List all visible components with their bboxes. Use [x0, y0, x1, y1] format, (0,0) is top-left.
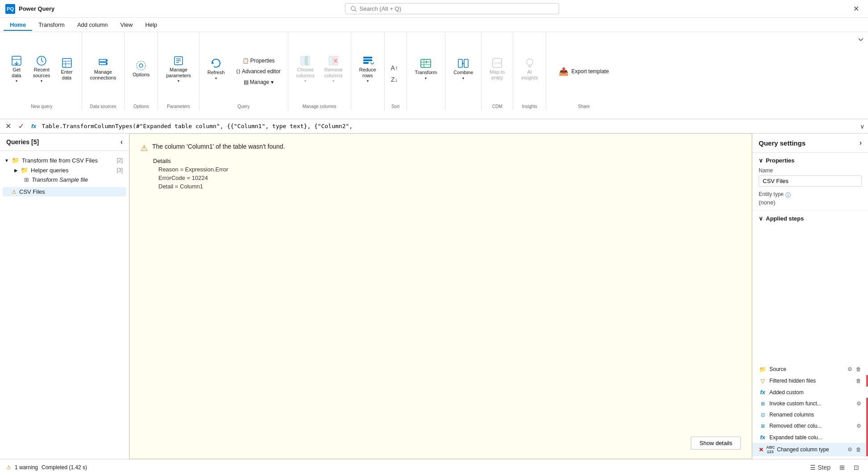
- choose-columns-button[interactable]: Choosecolumns ▾: [292, 52, 319, 91]
- svg-line-7: [42, 61, 43, 62]
- menu-home[interactable]: Home: [4, 19, 32, 31]
- ribbon-section-manage-columns: Choosecolumns ▾ Removecolumns ▾ Manage c…: [288, 32, 351, 111]
- applied-steps-list: 📁 Source ⚙ 🗑 ▽ Filtered hidden files 🗑 f…: [752, 361, 868, 459]
- step-invoke-settings-btn[interactable]: ⚙: [856, 400, 862, 407]
- query-item-transform-sample[interactable]: ⊞ Transform Sample file: [12, 175, 123, 184]
- svg-rect-37: [464, 59, 468, 67]
- menu-transform[interactable]: Transform: [32, 19, 71, 31]
- queries-panel: Queries [5] ‹ ▼ 📁 Transform file from CS…: [0, 133, 129, 459]
- search-box[interactable]: [345, 3, 559, 14]
- query-group-header-transform[interactable]: ▼ 📁 Transform file from CSV Files [2]: [4, 155, 123, 165]
- sort-asc-icon: A↑: [391, 64, 398, 71]
- step-renamed-columns[interactable]: ⊡ Renamed columns: [752, 409, 868, 420]
- settings-title: Query settings: [759, 139, 806, 147]
- manage-parameters-button[interactable]: Manageparameters ▾: [162, 52, 195, 91]
- layout-btn-1[interactable]: ⊞: [837, 463, 847, 472]
- step-changed-delete-btn[interactable]: 🗑: [856, 446, 862, 453]
- csv-files-label: CSV Files: [19, 188, 45, 195]
- ai-insights-button[interactable]: AIinsights: [517, 54, 542, 89]
- applied-steps-header[interactable]: ∨ Applied steps: [759, 215, 862, 222]
- queries-header: Queries [5] ‹: [0, 133, 129, 151]
- properties-label: Properties: [766, 157, 794, 164]
- step-source[interactable]: 📁 Source ⚙ 🗑: [752, 363, 868, 375]
- choose-columns-label: Choosecolumns: [296, 67, 315, 79]
- manage-label: ▤ Manage ▾: [244, 79, 274, 85]
- reduce-rows-button[interactable]: Reducerows ▾: [355, 52, 381, 91]
- properties-caret: ∨: [759, 157, 763, 164]
- refresh-label: Refresh: [208, 70, 225, 75]
- step-filtered-hidden[interactable]: ▽ Filtered hidden files 🗑: [752, 375, 868, 387]
- table-icon: ⊞: [24, 176, 29, 183]
- recent-sources-label: Recentsources: [33, 67, 50, 79]
- remove-columns-button[interactable]: Removecolumns ▾: [320, 52, 347, 91]
- svg-rect-8: [62, 58, 71, 67]
- sort-desc-button[interactable]: Z↓: [388, 75, 401, 84]
- menu-help[interactable]: Help: [139, 19, 163, 31]
- svg-rect-36: [458, 59, 462, 67]
- settings-expand-button[interactable]: ›: [860, 139, 862, 147]
- step-source-delete-btn[interactable]: 🗑: [856, 366, 862, 373]
- sort-asc-button[interactable]: A↑: [388, 63, 401, 72]
- options-button[interactable]: Options: [128, 57, 154, 86]
- properties-section-header[interactable]: ∨ Properties: [759, 157, 862, 164]
- step-expanded-table[interactable]: fx Expanded table colu...: [752, 432, 868, 443]
- step-removed-other[interactable]: ⊞ Removed other colu... ⚙: [752, 420, 868, 432]
- combine-button[interactable]: Combine ▾: [449, 54, 478, 88]
- collapse-ribbon-button[interactable]: [857, 36, 864, 44]
- error-message: The column 'Column1' of the table wasn't…: [152, 143, 285, 150]
- query-item-csv-files[interactable]: ⚠ CSV Files: [3, 187, 126, 196]
- formula-input[interactable]: [42, 123, 856, 129]
- ribbon-section-cdm: COM Map toentity CDM: [482, 32, 513, 111]
- collapse-queries-button[interactable]: ‹: [120, 138, 123, 146]
- step-filtered-error: [866, 375, 868, 387]
- name-input[interactable]: [759, 175, 862, 187]
- formula-cancel-button[interactable]: ✕: [4, 121, 13, 131]
- step-changed-settings-btn[interactable]: ⚙: [847, 446, 853, 453]
- formula-expand-button[interactable]: ∨: [860, 123, 864, 130]
- step-view-button[interactable]: ☰ Step: [807, 463, 833, 472]
- svg-rect-24: [305, 56, 307, 65]
- enter-data-button[interactable]: Enterdata: [56, 54, 78, 89]
- map-to-entity-label: Map toentity: [490, 69, 505, 81]
- search-input[interactable]: [360, 5, 554, 12]
- show-details-button[interactable]: Show details: [691, 437, 741, 450]
- step-invoke-custom[interactable]: ⊞ Invoke custom funct... ⚙: [752, 398, 868, 409]
- recent-sources-button[interactable]: Recentsources ▾: [29, 52, 55, 91]
- step-added-custom[interactable]: fx Added custom: [752, 387, 868, 398]
- transform-button[interactable]: Transform ▾: [411, 54, 442, 88]
- reduce-rows-label: Reducerows: [359, 67, 376, 79]
- step-invoke-label: Invoke custom funct...: [769, 400, 853, 407]
- manage-button[interactable]: ▤ Manage ▾: [233, 77, 284, 87]
- formula-confirm-button[interactable]: ✓: [17, 121, 26, 131]
- step-removed-table-icon: ⊞: [759, 423, 767, 429]
- refresh-button[interactable]: Refresh ▾: [203, 54, 229, 88]
- error-code: ErrorCode = 10224: [153, 175, 741, 181]
- menu-add-column[interactable]: Add column: [71, 19, 114, 31]
- manage-connections-button[interactable]: Manageconnections: [86, 54, 121, 89]
- data-sources-section-label: Data sources: [82, 104, 125, 109]
- step-removed-settings-btn[interactable]: ⚙: [856, 422, 862, 429]
- error-details-title: Details: [153, 158, 741, 164]
- sort-desc-icon: Z↓: [391, 76, 398, 83]
- query-settings-panel: Query settings › ∨ Properties Name Entit…: [752, 133, 868, 459]
- transform-sample-label: Transform Sample file: [32, 176, 88, 183]
- get-data-icon: [10, 54, 23, 67]
- advanced-editor-button[interactable]: ⟨⟩ Advanced editor: [233, 67, 284, 76]
- helper-queries-label: Helper queries: [31, 167, 69, 174]
- step-source-settings-btn[interactable]: ⚙: [847, 366, 853, 373]
- sort-section-label: Sort: [385, 104, 407, 109]
- map-to-entity-button[interactable]: COM Map toentity: [485, 54, 509, 89]
- close-button[interactable]: ✕: [850, 3, 863, 15]
- get-data-button[interactable]: Getdata ▾: [5, 52, 28, 91]
- properties-button[interactable]: 📋 Properties: [233, 56, 284, 66]
- step-changed-column-type[interactable]: ✕ ABC123 Changed column type ⚙ 🗑: [752, 443, 868, 456]
- remove-columns-label: Removecolumns: [324, 67, 343, 79]
- step-filtered-delete-btn[interactable]: 🗑: [856, 377, 862, 384]
- menu-view[interactable]: View: [114, 19, 139, 31]
- helper-queries-header[interactable]: ▶ 📁 Helper queries [3]: [12, 165, 123, 175]
- layout-btn-2[interactable]: ⊡: [851, 463, 862, 472]
- export-template-button[interactable]: 📤 Export template: [553, 64, 614, 79]
- get-data-caret: ▾: [16, 79, 17, 83]
- content-panel: ⚠ The column 'Column1' of the table wasn…: [129, 133, 752, 459]
- svg-line-1: [355, 10, 356, 11]
